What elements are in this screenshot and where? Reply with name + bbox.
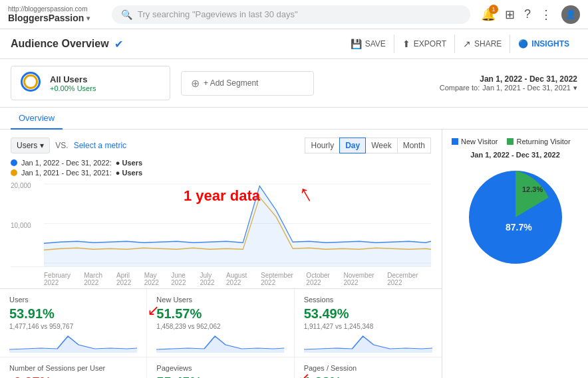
legend-date-2022: Jan 1, 2022 - Dec 31, 2022: xyxy=(21,159,112,167)
chart-legend: Jan 1, 2022 - Dec 31, 2022: ● Users Jan … xyxy=(11,159,431,177)
export-button[interactable]: ⬆ EXPORT xyxy=(394,35,455,53)
pie-legend: New Visitor Returning Visitor xyxy=(452,138,579,145)
circle-inner xyxy=(23,74,38,89)
metrics-cards-area: Users 53.91% 1,477,146 vs 959,767 ↗ New … xyxy=(0,289,442,378)
pie-container: 87.7% 12.3% xyxy=(452,164,579,270)
header-actions: 💾 SAVE ⬆ EXPORT ↗ SHARE 🔵 INSIGHTS xyxy=(343,35,577,53)
metric-name-pages-session: Pages / Session xyxy=(304,364,432,372)
segment-pct: +0.00% Users xyxy=(50,84,96,92)
select-metric-link[interactable]: Select a metric xyxy=(74,141,126,150)
pie-dot-green xyxy=(507,138,514,145)
pie-pct-returning: 12.3% xyxy=(522,185,543,193)
date-compare[interactable]: Compare to: Jan 1, 2021 - Dec 31, 2021 ▾ xyxy=(440,84,577,92)
metrics-section: Users 53.91% 1,477,146 vs 959,767 ↗ New … xyxy=(0,288,442,378)
mini-chart-new-users xyxy=(156,333,284,353)
time-btn-week[interactable]: Week xyxy=(365,138,397,153)
segment-info: All Users +0.00% Users xyxy=(50,74,96,92)
pie-legend-returning-visitor: Returning Visitor xyxy=(507,138,570,145)
x-label-jul: July 2022 xyxy=(200,272,226,286)
insights-button[interactable]: 🔵 INSIGHTS xyxy=(510,35,577,52)
pie-title: Jan 1, 2022 - Dec 31, 2022 xyxy=(452,151,579,159)
x-label-aug: August 2022 xyxy=(226,272,261,286)
grid-icon[interactable]: ⊞ xyxy=(505,7,515,22)
page-title: Audience Overview xyxy=(11,38,109,50)
metric-pct-sessions: 53.49% xyxy=(304,306,432,322)
avatar[interactable]: 👤 xyxy=(561,5,580,24)
mini-chart-users xyxy=(9,333,137,353)
x-label-oct: October 2022 xyxy=(306,272,343,286)
metric-card-pages-session: Pages / Session 1.28% 1.38 vs 1.36 xyxy=(295,357,442,378)
plus-icon: ⊕ xyxy=(191,77,200,90)
pie-legend-new-visitor: New Visitor xyxy=(452,138,498,145)
brand-name[interactable]: BloggersPassion ▾ xyxy=(8,13,101,23)
chart-svg xyxy=(44,181,431,266)
segment-card-all-users[interactable]: All Users +0.00% Users xyxy=(11,66,170,100)
save-button[interactable]: 💾 SAVE xyxy=(343,35,394,53)
metric-name-sessions-per-user: Number of Sessions per User xyxy=(9,364,137,372)
legend-item-2021: Jan 1, 2021 - Dec 31, 2021: ● Users xyxy=(11,169,431,177)
metric-card-sessions: Sessions 53.49% 1,911,427 vs 1,245,348 xyxy=(295,289,442,357)
metric-values-users: 1,477,146 vs 959,767 xyxy=(9,323,137,330)
legend-metric-2022: ● Users xyxy=(116,159,142,167)
metric-name-sessions: Sessions xyxy=(304,296,432,304)
svg-marker-6 xyxy=(304,336,432,353)
search-icon: 🔍 xyxy=(121,9,132,20)
y-label-10k: 10,000 xyxy=(11,222,31,229)
date-range-area: Jan 1, 2022 - Dec 31, 2022 Compare to: J… xyxy=(440,74,577,92)
add-segment-button[interactable]: ⊕ + Add Segment xyxy=(181,71,314,96)
time-btn-hourly[interactable]: Hourly xyxy=(305,138,340,153)
x-label-nov: November 2022 xyxy=(343,272,387,286)
x-label-may: May 2022 xyxy=(144,272,172,286)
time-btn-month[interactable]: Month xyxy=(397,138,431,153)
search-placeholder: Try searching "Pageviews in last 30 days… xyxy=(138,9,298,19)
pie-content: New Visitor Returning Visitor Jan 1, 202… xyxy=(442,130,588,278)
svg-marker-3 xyxy=(44,186,431,266)
y-label-20k: 20,000 xyxy=(11,182,31,189)
main-content: Users ▾ VS. Select a metric Hourly Day W… xyxy=(0,130,588,378)
pie-section: New Visitor Returning Visitor Jan 1, 202… xyxy=(442,130,588,378)
more-icon[interactable]: ⋮ xyxy=(540,7,552,22)
metric-pct-pageviews: 55.45% xyxy=(156,375,284,378)
legend-dot-blue xyxy=(11,159,17,166)
share-icon: ↗ xyxy=(463,39,471,49)
chart-main: Users ▾ VS. Select a metric Hourly Day W… xyxy=(0,130,442,378)
metric-values-sessions: 1,911,427 vs 1,245,348 xyxy=(304,323,432,330)
mini-chart-sessions xyxy=(304,333,432,353)
metric-card-users: Users 53.91% 1,477,146 vs 959,767 ↗ xyxy=(0,289,147,357)
brand-chevron-icon: ▾ xyxy=(86,15,90,22)
metric-pct-sessions-per-user: -0.27% xyxy=(9,375,137,378)
search-bar[interactable]: 🔍 Try searching "Pageviews in last 30 da… xyxy=(112,5,470,24)
notification-icon[interactable]: 🔔 1 xyxy=(481,7,496,22)
nav-icons: 🔔 1 ⊞ ? ⋮ 👤 xyxy=(481,5,580,24)
metric-name-users: Users xyxy=(9,296,137,304)
pie-label-returning: Returning Visitor xyxy=(516,138,570,145)
time-buttons: Hourly Day Week Month xyxy=(305,138,431,153)
time-btn-day[interactable]: Day xyxy=(339,138,366,153)
pie-chart-svg: 87.7% 12.3% xyxy=(462,164,569,270)
metric-selector: Users ▾ VS. Select a metric xyxy=(11,138,126,153)
insights-icon: 🔵 xyxy=(518,39,528,48)
brand-area: http://bloggerspassion.com BloggersPassi… xyxy=(8,5,101,23)
chart-controls: Users ▾ VS. Select a metric Hourly Day W… xyxy=(11,138,431,153)
share-button[interactable]: ↗ SHARE xyxy=(455,35,510,53)
date-main: Jan 1, 2022 - Dec 31, 2022 xyxy=(440,74,577,84)
metric-name-pageviews: Pageviews xyxy=(156,364,284,372)
metric-dropdown[interactable]: Users ▾ xyxy=(11,138,50,153)
help-icon[interactable]: ? xyxy=(524,7,531,21)
export-icon: ⬆ xyxy=(402,39,410,49)
top-navigation: http://bloggerspassion.com BloggersPassi… xyxy=(0,0,588,29)
legend-item-2022: Jan 1, 2022 - Dec 31, 2022: ● Users xyxy=(11,159,431,167)
segment-icon xyxy=(21,72,43,94)
svg-marker-4 xyxy=(9,336,137,353)
metric-card-new-users: New Users 51.57% 1,458,239 vs 962,062 xyxy=(147,289,294,357)
x-label-feb: February 2022 xyxy=(44,272,84,286)
metric-pct-pages-session: 1.28% xyxy=(304,375,432,378)
x-label-dec: December 2022 xyxy=(387,272,431,286)
tab-overview[interactable]: Overview xyxy=(11,108,63,130)
verified-icon: ✔ xyxy=(114,38,123,50)
x-label-apr: April 2022 xyxy=(116,272,144,286)
pie-pct-new: 87.7% xyxy=(506,222,532,233)
metric-card-pageviews: Pageviews 55.45% 2,641,766 vs 1,699,406 … xyxy=(147,357,294,378)
segment-name: All Users xyxy=(50,74,96,84)
pie-label-new: New Visitor xyxy=(461,138,498,145)
